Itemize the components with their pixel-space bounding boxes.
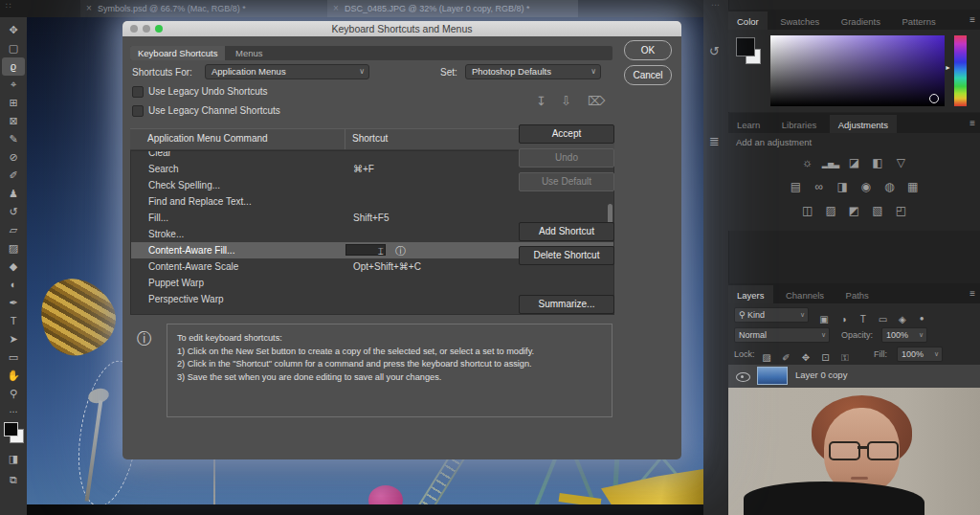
add-shortcut-button[interactable]: Add Shortcut bbox=[519, 222, 614, 241]
path-selection-tool[interactable]: ➤ bbox=[2, 330, 25, 348]
filter-adjustment-layers-icon[interactable]: ◑ bbox=[835, 314, 851, 325]
history-brush-tool[interactable]: ↺ bbox=[2, 203, 25, 221]
shortcut-value[interactable]: ⌘+F bbox=[353, 161, 374, 177]
lock-transparency-icon[interactable]: ▨ bbox=[759, 352, 774, 363]
shortcut-value[interactable]: Shift+F5 bbox=[353, 210, 390, 226]
hue-saturation-icon[interactable]: ▤ bbox=[786, 180, 805, 193]
tab-libraries[interactable]: Libraries bbox=[773, 115, 825, 135]
levels-icon[interactable]: ▂▅▃ bbox=[821, 160, 840, 168]
tab-gradients[interactable]: Gradients bbox=[833, 11, 889, 32]
posterize-icon[interactable]: ▨ bbox=[821, 204, 840, 217]
filter-type-layers-icon[interactable]: T bbox=[856, 314, 871, 325]
collapsed-history-panel-icon[interactable]: ↺ bbox=[709, 44, 720, 58]
exposure-icon[interactable]: ◧ bbox=[868, 156, 887, 169]
close-icon[interactable]: × bbox=[333, 0, 339, 17]
move-tool[interactable]: ✥ bbox=[2, 21, 25, 39]
color-field[interactable] bbox=[770, 35, 945, 106]
close-icon[interactable]: × bbox=[86, 0, 92, 17]
tab-patterns[interactable]: Patterns bbox=[893, 11, 944, 32]
doc-tab-symbols[interactable]: × Symbols.psd @ 66.7% (Mac, RGB/8) * bbox=[80, 0, 327, 17]
filter-smart-objects-icon[interactable]: ◈ bbox=[895, 314, 910, 325]
collapsed-properties-panel-icon[interactable]: ≣ bbox=[709, 134, 720, 148]
curves-icon[interactable]: ◪ bbox=[845, 156, 864, 169]
summarize-button[interactable]: Summarize... bbox=[519, 295, 614, 314]
panel-menu-icon[interactable]: ≡ bbox=[969, 113, 975, 133]
lock-all-icon[interactable]: ⚿ bbox=[837, 352, 853, 364]
rectangle-tool[interactable]: ▭ bbox=[2, 348, 25, 367]
filter-toggle-icon[interactable]: ● bbox=[914, 314, 929, 323]
layer-name[interactable]: Layer 0 copy bbox=[795, 369, 847, 380]
new-set-icon[interactable]: ↧ bbox=[536, 94, 546, 108]
opacity-value-box[interactable]: 100% ∨ bbox=[881, 327, 927, 343]
channel-mixer-icon[interactable]: ◍ bbox=[880, 180, 899, 193]
foreground-color-swatch[interactable] bbox=[736, 37, 755, 56]
legacy-channel-checkbox[interactable] bbox=[132, 105, 144, 117]
window-close-button[interactable] bbox=[130, 25, 138, 33]
tab-learn[interactable]: Learn bbox=[728, 115, 768, 135]
shortcut-row[interactable]: Puppet Warp bbox=[131, 275, 613, 291]
tab-keyboard-shortcuts[interactable]: Keyboard Shortcuts bbox=[130, 46, 225, 60]
gradient-tool[interactable]: ▨ bbox=[2, 239, 25, 258]
color-balance-icon[interactable]: ∞ bbox=[810, 180, 829, 193]
delete-set-icon[interactable]: ⌦ bbox=[588, 94, 605, 108]
tab-menus[interactable]: Menus bbox=[228, 46, 271, 60]
brush-tool[interactable]: ✐ bbox=[2, 167, 25, 185]
tab-color[interactable]: Color bbox=[728, 11, 768, 32]
frame-tool[interactable]: ⊠ bbox=[2, 112, 25, 130]
filter-shape-layers-icon[interactable]: ▭ bbox=[875, 314, 890, 325]
save-set-icon[interactable]: ⇩ bbox=[561, 94, 571, 108]
quick-mask-button[interactable]: ◨ bbox=[2, 450, 25, 468]
tab-paths[interactable]: Paths bbox=[837, 285, 878, 305]
tab-channels[interactable]: Channels bbox=[777, 285, 833, 305]
shortcut-value[interactable]: Opt+Shift+⌘+C bbox=[353, 258, 421, 275]
foreground-color-swatch[interactable] bbox=[4, 422, 18, 437]
layer-visibility-eye-icon[interactable] bbox=[736, 372, 750, 382]
tab-layers[interactable]: Layers bbox=[728, 285, 773, 305]
vibrance-icon[interactable]: ▽ bbox=[891, 156, 910, 169]
object-selection-tool[interactable]: ⌖ bbox=[2, 76, 25, 94]
marquee-tool[interactable]: ▢ bbox=[2, 39, 25, 57]
lasso-tool[interactable]: ϱ bbox=[2, 57, 25, 76]
filter-pixel-layers-icon[interactable]: ▣ bbox=[816, 314, 832, 325]
lock-paint-icon[interactable]: ✐ bbox=[778, 352, 793, 363]
window-minimize-button[interactable] bbox=[143, 25, 150, 33]
set-dropdown[interactable]: Photoshop Defaults ∨ bbox=[465, 64, 601, 79]
screen-mode-button[interactable]: ⧉ bbox=[2, 471, 25, 489]
crop-tool[interactable]: ⊞ bbox=[2, 94, 25, 112]
fill-value-box[interactable]: 100% ∨ bbox=[897, 347, 943, 362]
layer-row[interactable]: Layer 0 copy bbox=[728, 365, 980, 388]
photo-filter-icon[interactable]: ◉ bbox=[857, 180, 876, 193]
tab-swatches[interactable]: Swatches bbox=[771, 11, 828, 32]
threshold-icon[interactable]: ◩ bbox=[845, 204, 864, 217]
layer-filter-kind-dropdown[interactable]: ⚲ Kind ∨ bbox=[734, 307, 809, 323]
cancel-button[interactable]: Cancel bbox=[624, 65, 672, 85]
shortcut-row[interactable]: Find and Replace Text... bbox=[131, 193, 613, 210]
blur-tool[interactable]: ◆ bbox=[2, 258, 25, 276]
accept-button[interactable]: Accept bbox=[519, 124, 614, 144]
selective-color-icon[interactable]: ◰ bbox=[891, 204, 910, 217]
hand-tool[interactable]: ✋ bbox=[2, 367, 25, 385]
lock-artboard-icon[interactable]: ⊡ bbox=[817, 352, 833, 363]
panel-menu-icon[interactable]: ≡ bbox=[969, 283, 975, 303]
gradient-map-icon[interactable]: ▧ bbox=[868, 204, 887, 217]
spot-healing-tool[interactable]: ⊘ bbox=[2, 148, 25, 167]
clone-stamp-tool[interactable]: ♟ bbox=[2, 185, 25, 203]
black-white-icon[interactable]: ◨ bbox=[833, 180, 852, 193]
shortcuts-for-dropdown[interactable]: Application Menus ∨ bbox=[205, 64, 369, 79]
lock-position-icon[interactable]: ✥ bbox=[798, 352, 813, 363]
window-zoom-button[interactable] bbox=[155, 25, 163, 33]
delete-shortcut-button[interactable]: Delete Shortcut bbox=[519, 246, 614, 265]
hue-slider[interactable] bbox=[954, 35, 967, 106]
type-tool[interactable]: T bbox=[2, 312, 25, 330]
panel-menu-icon[interactable]: ≡ bbox=[969, 10, 975, 30]
zoom-tool[interactable]: ⚲ bbox=[2, 385, 25, 403]
color-field-cursor[interactable] bbox=[929, 94, 939, 103]
doc-tab-dsc0485[interactable]: × DSC_0485.JPG @ 32% (Layer 0 copy, RGB/… bbox=[327, 0, 578, 17]
layer-thumbnail[interactable] bbox=[757, 367, 788, 385]
ok-button[interactable]: OK bbox=[624, 40, 672, 60]
invert-icon[interactable]: ◫ bbox=[798, 204, 817, 217]
legacy-undo-checkbox[interactable] bbox=[132, 86, 144, 98]
pen-tool[interactable]: ✒ bbox=[2, 294, 25, 312]
eyedropper-tool[interactable]: ✎ bbox=[2, 130, 25, 148]
dodge-tool[interactable]: ◐ bbox=[2, 276, 25, 294]
